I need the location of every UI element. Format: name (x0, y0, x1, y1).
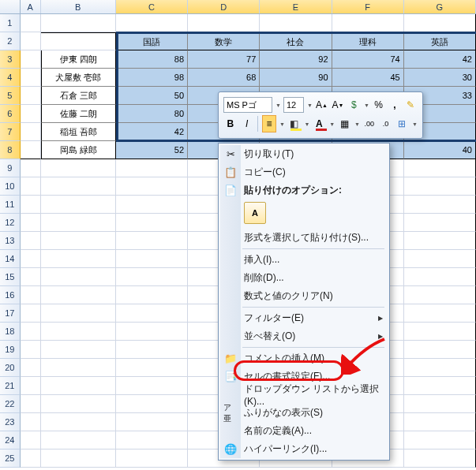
select-all-corner[interactable] (0, 0, 21, 13)
borders-icon[interactable]: ▦ (337, 115, 351, 132)
row-header-17[interactable]: 17 (0, 304, 21, 323)
cell-G21[interactable] (404, 377, 476, 395)
row-header-22[interactable]: 22 (0, 395, 21, 413)
cell-A4[interactable] (21, 69, 41, 87)
accounting-dropdown-icon[interactable]: ▼ (364, 103, 369, 108)
menu-paste-special[interactable]: 形式を選択して貼り付け(S)... (220, 229, 388, 247)
cell-G3[interactable]: 42 (404, 50, 476, 69)
align-center-icon[interactable]: ≡ (262, 115, 276, 132)
col-header-C[interactable]: C (116, 0, 188, 13)
cell-C2[interactable]: 国語 (116, 32, 188, 50)
cell-A16[interactable] (21, 286, 41, 304)
cell-B11[interactable] (41, 196, 116, 214)
menu-insert-comment[interactable]: 📁 コメントの挿入(M) (220, 349, 388, 367)
increase-decimal-icon[interactable]: .00 (362, 115, 377, 132)
row-header-24[interactable]: 24 (0, 431, 21, 449)
cell-G10[interactable] (404, 177, 476, 196)
cell-B2[interactable] (41, 32, 116, 50)
cell-A21[interactable] (21, 377, 41, 395)
menu-hyperlink[interactable]: 🌐 ハイパーリンク(I)... (220, 440, 388, 458)
cell-C9[interactable] (116, 159, 188, 177)
menu-dropdown-list[interactable]: ドロップダウン リストから選択(K)... (220, 386, 388, 404)
cell-F1[interactable] (332, 14, 404, 32)
row-header-2[interactable]: 2 (0, 32, 21, 50)
menu-sort[interactable]: 並べ替え(O) (220, 327, 388, 345)
cell-B23[interactable] (41, 413, 116, 431)
cell-C15[interactable] (116, 268, 188, 286)
cell-B13[interactable] (41, 232, 116, 250)
accounting-format-icon[interactable]: $ (347, 96, 361, 114)
cell-A22[interactable] (21, 395, 41, 413)
font-dropdown-icon[interactable]: ▼ (275, 103, 281, 108)
cell-C5[interactable]: 50 (116, 87, 188, 105)
cell-C16[interactable] (116, 286, 188, 304)
cell-C19[interactable] (116, 341, 188, 359)
row-header-9[interactable]: 9 (0, 159, 21, 177)
cell-A25[interactable] (21, 449, 41, 468)
fill-dropdown-icon[interactable]: ▼ (305, 121, 310, 127)
row-header-21[interactable]: 21 (0, 377, 21, 395)
cell-A19[interactable] (21, 341, 41, 359)
col-header-F[interactable]: F (332, 0, 404, 13)
cell-A5[interactable] (21, 87, 41, 105)
cell-E3[interactable]: 92 (260, 50, 332, 69)
cell-A20[interactable] (21, 359, 41, 377)
cell-F2[interactable]: 理科 (332, 32, 404, 50)
cell-A23[interactable] (21, 413, 41, 431)
cell-A17[interactable] (21, 304, 41, 323)
align-dropdown-icon[interactable]: ▼ (279, 121, 285, 127)
cell-C6[interactable]: 80 (116, 105, 188, 123)
menu-phonetic[interactable]: ア亜 ふりがなの表示(S) (220, 404, 388, 422)
cell-A14[interactable] (21, 250, 41, 268)
cell-C23[interactable] (116, 413, 188, 431)
cell-C8[interactable]: 52 (116, 141, 188, 159)
cell-C10[interactable] (116, 177, 188, 196)
bold-icon[interactable]: B (223, 115, 238, 132)
row-header-16[interactable]: 16 (0, 286, 21, 304)
row-header-23[interactable]: 23 (0, 413, 21, 431)
cell-C24[interactable] (116, 431, 188, 449)
increase-font-icon[interactable]: A▲ (315, 96, 328, 114)
cell-B9[interactable] (41, 159, 116, 177)
cell-B21[interactable] (41, 377, 116, 395)
decrease-font-icon[interactable]: A▼ (331, 96, 344, 114)
row-header-15[interactable]: 15 (0, 268, 21, 286)
row-header-4[interactable]: 4 (0, 69, 21, 87)
col-header-A[interactable]: A (21, 0, 41, 13)
cell-C25[interactable] (116, 449, 188, 468)
menu-insert[interactable]: 挿入(I)... (220, 251, 388, 269)
cell-B14[interactable] (41, 250, 116, 268)
col-header-D[interactable]: D (188, 0, 260, 13)
cell-B1[interactable] (41, 14, 116, 32)
row-header-5[interactable]: 5 (0, 87, 21, 105)
cell-A8[interactable] (21, 141, 41, 159)
cell-G11[interactable] (404, 196, 476, 214)
cell-C20[interactable] (116, 359, 188, 377)
cell-C18[interactable] (116, 323, 188, 341)
menu-define-name[interactable]: 名前の定義(A)... (220, 422, 388, 440)
cell-C22[interactable] (116, 395, 188, 413)
cell-A3[interactable] (21, 50, 41, 69)
menu-filter[interactable]: フィルター(E) (220, 309, 388, 327)
row-header-14[interactable]: 14 (0, 250, 21, 268)
cell-B19[interactable] (41, 341, 116, 359)
col-header-E[interactable]: E (260, 0, 332, 13)
cell-C21[interactable] (116, 377, 188, 395)
cell-B24[interactable] (41, 431, 116, 449)
cell-G9[interactable] (404, 159, 476, 177)
font-color-dropdown-icon[interactable]: ▼ (329, 121, 335, 127)
cell-G22[interactable] (404, 395, 476, 413)
percent-icon[interactable]: % (372, 96, 385, 114)
cell-C1[interactable] (116, 14, 188, 32)
cell-G13[interactable] (404, 232, 476, 250)
cell-A7[interactable] (21, 123, 41, 141)
cell-B17[interactable] (41, 304, 116, 323)
cell-G24[interactable] (404, 431, 476, 449)
cell-B22[interactable] (41, 395, 116, 413)
row-header-8[interactable]: 8 (0, 141, 21, 159)
cell-A1[interactable] (21, 14, 41, 32)
cell-B16[interactable] (41, 286, 116, 304)
cell-A18[interactable] (21, 323, 41, 341)
cell-E4[interactable]: 90 (260, 69, 332, 87)
col-header-B[interactable]: B (41, 0, 116, 13)
